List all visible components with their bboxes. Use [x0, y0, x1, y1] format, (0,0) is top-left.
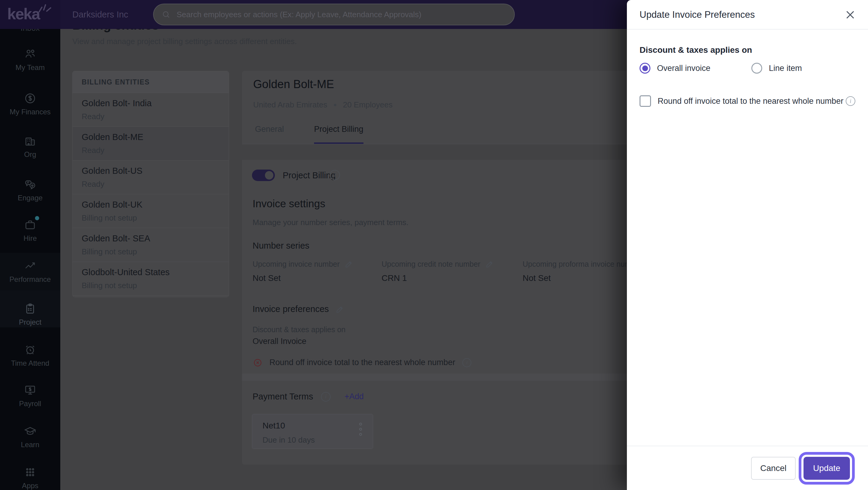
billing-entities-header: BILLING ENTITIES: [73, 71, 229, 93]
sidebar-item-time-attend[interactable]: Time Attend: [0, 343, 60, 368]
page-subtitle: View and manage project billing settings…: [72, 37, 297, 46]
field-value: Not Set: [253, 273, 353, 283]
payment-term-item[interactable]: Net10 Due in 10 days: [252, 414, 373, 449]
update-invoice-preferences-modal: Update Invoice Preferences Discount & ta…: [627, 0, 868, 490]
briefcase-icon: [24, 219, 36, 231]
building-icon: [24, 135, 36, 147]
number-series-field: Upcoming invoice number Not Set: [253, 259, 353, 283]
edit-pencil-icon[interactable]: [336, 305, 344, 314]
trend-up-icon: [24, 259, 36, 272]
billing-entity-row[interactable]: Golden Bolt-UK Billing not setup: [73, 194, 229, 228]
radio-overall-invoice[interactable]: [640, 63, 650, 74]
entity-status: Billing not setup: [82, 281, 220, 290]
app-root: Billing entities View and manage project…: [0, 0, 868, 490]
info-icon[interactable]: i: [846, 96, 855, 106]
sidebar-item-learn[interactable]: Learn: [0, 425, 60, 449]
search-icon: [161, 10, 170, 19]
number-series-field: Upcoming credit note number CRN 1: [381, 259, 494, 283]
sidebar-item-inbox[interactable]: Inbox: [0, 29, 60, 33]
sidebar-item-my-finances[interactable]: My Finances: [0, 92, 60, 116]
entity-name: Golden Bolt-US: [82, 166, 220, 176]
payroll-monitor-icon: [24, 384, 36, 397]
tab-project-billing[interactable]: Project Billing: [314, 125, 364, 144]
field-value: CRN 1: [381, 273, 494, 283]
invoice-settings-subtitle: Manage your number series, payment terms…: [253, 218, 408, 227]
hire-notification-dot: [35, 216, 39, 220]
billing-entity-row[interactable]: Golden Bolt- India Ready: [73, 93, 229, 127]
logo-block[interactable]: keka: [0, 0, 60, 29]
toggle-knob: [264, 171, 274, 180]
sidebar-item-my-team[interactable]: My Team: [0, 48, 60, 72]
entity-status: Ready: [82, 146, 220, 155]
field-label: Upcoming proforma invoice number: [523, 260, 642, 268]
update-button[interactable]: Update: [804, 457, 850, 480]
sidebar-item-performance[interactable]: Performance: [0, 259, 60, 284]
dollar-circle-icon: [24, 92, 36, 105]
section-divider: [242, 374, 694, 381]
sidebar: Inbox My Team My Finances Org Engage Hir…: [0, 29, 60, 490]
entity-detail-name: Golden Bolt-ME: [253, 78, 334, 91]
grid-dots-icon: [24, 466, 36, 479]
project-billing-toggle-label: Project Billing: [283, 171, 336, 180]
billing-entity-row[interactable]: Glodbolt-United States Billing not setup: [73, 262, 229, 296]
sidebar-item-apps[interactable]: Apps: [0, 466, 60, 490]
logo-spark-icon: [37, 2, 52, 13]
entity-country: United Arab Emirates: [253, 100, 327, 110]
roundoff-text: Round off invoice total to the nearest w…: [270, 358, 455, 367]
keka-logo: keka: [7, 5, 40, 23]
entity-detail-meta: United Arab Emirates 20 Employees: [253, 100, 393, 110]
search-input[interactable]: [176, 10, 506, 20]
modal-title: Update Invoice Preferences: [640, 0, 755, 30]
kebab-menu-icon[interactable]: [359, 423, 362, 436]
roundoff-status-row: Round off invoice total to the nearest w…: [253, 358, 471, 367]
add-payment-term-link[interactable]: +Add: [344, 392, 364, 401]
edit-pencil-icon[interactable]: [485, 259, 494, 268]
modal-footer: Cancel Update: [627, 445, 868, 490]
billing-entity-row[interactable]: Golden Bolt- SEA Billing not setup: [73, 228, 229, 262]
billing-entity-row[interactable]: Golden Bolt-ME Ready: [73, 127, 229, 161]
clipboard-icon: [24, 302, 36, 315]
info-icon[interactable]: i: [330, 170, 340, 180]
graduation-cap-icon: [24, 425, 36, 437]
entity-name: Glodbolt-United States: [82, 267, 220, 277]
applies-on-label: Discount & taxes applies on: [253, 325, 346, 334]
cancel-button[interactable]: Cancel: [751, 457, 796, 480]
payment-term-name: Net10: [262, 421, 285, 431]
sidebar-item-hire[interactable]: Hire: [0, 219, 60, 242]
global-search[interactable]: [153, 4, 515, 25]
entity-employees: 20 Employees: [343, 100, 393, 110]
invoice-settings-card: Project Billing i Invoice settings Manag…: [242, 160, 694, 374]
company-name: Darksiders Inc: [72, 0, 128, 29]
detail-tabs: General Project Billing: [255, 125, 364, 144]
payment-terms-card: Payment Terms i +Add Net10 Due in 10 day…: [242, 381, 694, 465]
billing-entity-row[interactable]: Golden Bolt-US Ready: [73, 161, 229, 194]
sidebar-item-payroll[interactable]: Payroll: [0, 384, 60, 408]
sidebar-item-project[interactable]: Project: [0, 302, 60, 326]
roundoff-checkbox[interactable]: [640, 95, 651, 107]
number-series-title: Number series: [253, 241, 310, 251]
info-icon[interactable]: i: [321, 392, 331, 402]
edit-pencil-icon[interactable]: [344, 259, 353, 268]
modal-header: Update Invoice Preferences: [627, 0, 868, 30]
project-billing-toggle[interactable]: [252, 170, 275, 181]
entity-status: Ready: [82, 179, 220, 189]
close-icon[interactable]: [844, 8, 857, 21]
tab-general[interactable]: General: [255, 125, 284, 144]
sidebar-item-org[interactable]: Org: [0, 135, 60, 159]
checkbox-label: Round off invoice total to the nearest w…: [658, 96, 846, 106]
entity-status: Ready: [82, 112, 220, 121]
applies-on-radio-group: Overall invoice Line item: [640, 63, 802, 74]
roundoff-checkbox-row: Round off invoice total to the nearest w…: [640, 95, 855, 107]
field-label: Upcoming invoice number: [253, 260, 340, 268]
payment-terms-title: Payment Terms: [253, 392, 313, 402]
disabled-cross-circle-icon: [253, 358, 262, 367]
radio-label: Line item: [769, 64, 802, 73]
invoice-preferences-title: Invoice preferences: [253, 304, 344, 314]
modal-section-heading: Discount & taxes applies on: [640, 45, 752, 55]
info-icon[interactable]: i: [462, 358, 471, 367]
sidebar-item-engage[interactable]: Engage: [0, 178, 60, 202]
entity-status: Billing not setup: [82, 213, 220, 223]
payment-term-due: Due in 10 days: [262, 435, 315, 445]
invoice-settings-title: Invoice settings: [253, 198, 325, 210]
radio-line-item[interactable]: [751, 63, 762, 74]
